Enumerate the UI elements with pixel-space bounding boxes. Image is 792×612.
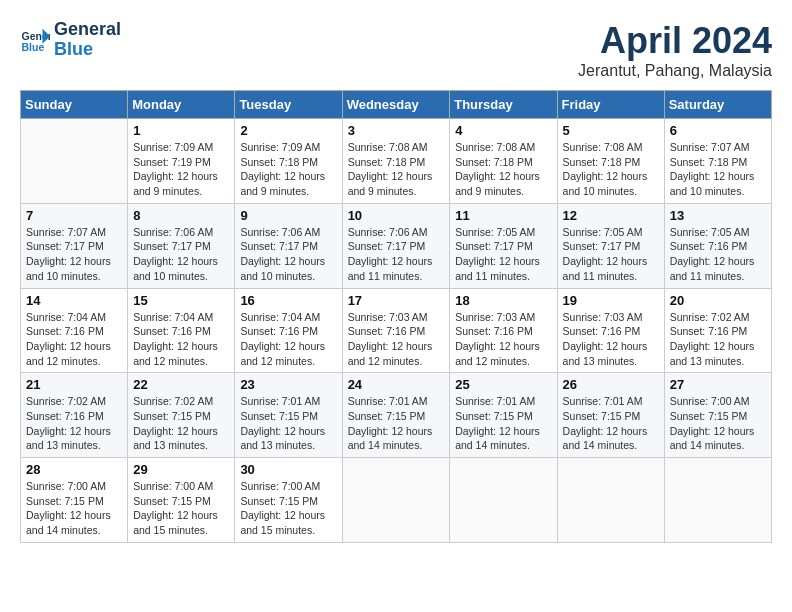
calendar-cell [664,458,771,543]
calendar-cell: 15Sunrise: 7:04 AM Sunset: 7:16 PM Dayli… [128,288,235,373]
day-info: Sunrise: 7:00 AM Sunset: 7:15 PM Dayligh… [240,479,336,538]
calendar-cell: 2Sunrise: 7:09 AM Sunset: 7:18 PM Daylig… [235,119,342,204]
day-number: 14 [26,293,122,308]
calendar-cell: 26Sunrise: 7:01 AM Sunset: 7:15 PM Dayli… [557,373,664,458]
day-info: Sunrise: 7:03 AM Sunset: 7:16 PM Dayligh… [563,310,659,369]
day-number: 17 [348,293,445,308]
calendar-cell: 20Sunrise: 7:02 AM Sunset: 7:16 PM Dayli… [664,288,771,373]
day-info: Sunrise: 7:00 AM Sunset: 7:15 PM Dayligh… [670,394,766,453]
day-number: 21 [26,377,122,392]
day-info: Sunrise: 7:06 AM Sunset: 7:17 PM Dayligh… [348,225,445,284]
calendar-cell: 11Sunrise: 7:05 AM Sunset: 7:17 PM Dayli… [450,203,557,288]
day-info: Sunrise: 7:09 AM Sunset: 7:18 PM Dayligh… [240,140,336,199]
calendar-cell: 24Sunrise: 7:01 AM Sunset: 7:15 PM Dayli… [342,373,450,458]
svg-text:Blue: Blue [22,40,45,52]
day-number: 30 [240,462,336,477]
calendar-cell: 22Sunrise: 7:02 AM Sunset: 7:15 PM Dayli… [128,373,235,458]
calendar-cell: 25Sunrise: 7:01 AM Sunset: 7:15 PM Dayli… [450,373,557,458]
day-info: Sunrise: 7:03 AM Sunset: 7:16 PM Dayligh… [348,310,445,369]
calendar-cell: 16Sunrise: 7:04 AM Sunset: 7:16 PM Dayli… [235,288,342,373]
calendar-cell: 14Sunrise: 7:04 AM Sunset: 7:16 PM Dayli… [21,288,128,373]
day-number: 29 [133,462,229,477]
weekday-header-row: SundayMondayTuesdayWednesdayThursdayFrid… [21,91,772,119]
calendar-cell: 21Sunrise: 7:02 AM Sunset: 7:16 PM Dayli… [21,373,128,458]
day-info: Sunrise: 7:02 AM Sunset: 7:16 PM Dayligh… [26,394,122,453]
logo-icon: General Blue [20,25,50,55]
calendar-cell: 5Sunrise: 7:08 AM Sunset: 7:18 PM Daylig… [557,119,664,204]
day-number: 22 [133,377,229,392]
calendar-cell: 28Sunrise: 7:00 AM Sunset: 7:15 PM Dayli… [21,458,128,543]
day-info: Sunrise: 7:08 AM Sunset: 7:18 PM Dayligh… [348,140,445,199]
day-number: 19 [563,293,659,308]
weekday-header-sunday: Sunday [21,91,128,119]
day-number: 2 [240,123,336,138]
calendar-cell: 30Sunrise: 7:00 AM Sunset: 7:15 PM Dayli… [235,458,342,543]
day-number: 24 [348,377,445,392]
weekday-header-friday: Friday [557,91,664,119]
calendar-week-row: 7Sunrise: 7:07 AM Sunset: 7:17 PM Daylig… [21,203,772,288]
title-block: April 2024 Jerantut, Pahang, Malaysia [578,20,772,80]
calendar-cell: 6Sunrise: 7:07 AM Sunset: 7:18 PM Daylig… [664,119,771,204]
day-number: 1 [133,123,229,138]
day-info: Sunrise: 7:06 AM Sunset: 7:17 PM Dayligh… [240,225,336,284]
day-number: 28 [26,462,122,477]
calendar-cell: 23Sunrise: 7:01 AM Sunset: 7:15 PM Dayli… [235,373,342,458]
calendar-cell [21,119,128,204]
calendar-cell: 12Sunrise: 7:05 AM Sunset: 7:17 PM Dayli… [557,203,664,288]
calendar-cell: 18Sunrise: 7:03 AM Sunset: 7:16 PM Dayli… [450,288,557,373]
calendar-cell: 1Sunrise: 7:09 AM Sunset: 7:19 PM Daylig… [128,119,235,204]
day-number: 25 [455,377,551,392]
day-info: Sunrise: 7:05 AM Sunset: 7:16 PM Dayligh… [670,225,766,284]
weekday-header-thursday: Thursday [450,91,557,119]
month-title: April 2024 [578,20,772,62]
calendar-cell: 8Sunrise: 7:06 AM Sunset: 7:17 PM Daylig… [128,203,235,288]
day-number: 15 [133,293,229,308]
day-number: 12 [563,208,659,223]
day-info: Sunrise: 7:08 AM Sunset: 7:18 PM Dayligh… [563,140,659,199]
day-number: 10 [348,208,445,223]
day-number: 11 [455,208,551,223]
calendar-cell [557,458,664,543]
location-title: Jerantut, Pahang, Malaysia [578,62,772,80]
calendar-week-row: 1Sunrise: 7:09 AM Sunset: 7:19 PM Daylig… [21,119,772,204]
calendar-cell: 27Sunrise: 7:00 AM Sunset: 7:15 PM Dayli… [664,373,771,458]
day-info: Sunrise: 7:01 AM Sunset: 7:15 PM Dayligh… [348,394,445,453]
calendar-table: SundayMondayTuesdayWednesdayThursdayFrid… [20,90,772,543]
day-info: Sunrise: 7:04 AM Sunset: 7:16 PM Dayligh… [133,310,229,369]
day-info: Sunrise: 7:05 AM Sunset: 7:17 PM Dayligh… [563,225,659,284]
day-info: Sunrise: 7:09 AM Sunset: 7:19 PM Dayligh… [133,140,229,199]
day-number: 7 [26,208,122,223]
day-number: 13 [670,208,766,223]
day-number: 3 [348,123,445,138]
day-info: Sunrise: 7:04 AM Sunset: 7:16 PM Dayligh… [240,310,336,369]
weekday-header-tuesday: Tuesday [235,91,342,119]
logo-text: GeneralBlue [54,20,121,60]
day-number: 26 [563,377,659,392]
weekday-header-monday: Monday [128,91,235,119]
weekday-header-saturday: Saturday [664,91,771,119]
day-number: 20 [670,293,766,308]
day-info: Sunrise: 7:06 AM Sunset: 7:17 PM Dayligh… [133,225,229,284]
day-info: Sunrise: 7:00 AM Sunset: 7:15 PM Dayligh… [26,479,122,538]
calendar-week-row: 21Sunrise: 7:02 AM Sunset: 7:16 PM Dayli… [21,373,772,458]
calendar-cell: 13Sunrise: 7:05 AM Sunset: 7:16 PM Dayli… [664,203,771,288]
calendar-cell [342,458,450,543]
calendar-cell: 3Sunrise: 7:08 AM Sunset: 7:18 PM Daylig… [342,119,450,204]
day-info: Sunrise: 7:02 AM Sunset: 7:15 PM Dayligh… [133,394,229,453]
calendar-cell: 19Sunrise: 7:03 AM Sunset: 7:16 PM Dayli… [557,288,664,373]
calendar-week-row: 28Sunrise: 7:00 AM Sunset: 7:15 PM Dayli… [21,458,772,543]
calendar-cell: 9Sunrise: 7:06 AM Sunset: 7:17 PM Daylig… [235,203,342,288]
day-number: 8 [133,208,229,223]
day-number: 5 [563,123,659,138]
day-number: 23 [240,377,336,392]
day-info: Sunrise: 7:04 AM Sunset: 7:16 PM Dayligh… [26,310,122,369]
calendar-week-row: 14Sunrise: 7:04 AM Sunset: 7:16 PM Dayli… [21,288,772,373]
calendar-cell: 29Sunrise: 7:00 AM Sunset: 7:15 PM Dayli… [128,458,235,543]
calendar-cell: 4Sunrise: 7:08 AM Sunset: 7:18 PM Daylig… [450,119,557,204]
day-info: Sunrise: 7:05 AM Sunset: 7:17 PM Dayligh… [455,225,551,284]
day-number: 27 [670,377,766,392]
logo: General Blue GeneralBlue [20,20,121,60]
day-info: Sunrise: 7:01 AM Sunset: 7:15 PM Dayligh… [240,394,336,453]
day-number: 18 [455,293,551,308]
day-info: Sunrise: 7:01 AM Sunset: 7:15 PM Dayligh… [455,394,551,453]
